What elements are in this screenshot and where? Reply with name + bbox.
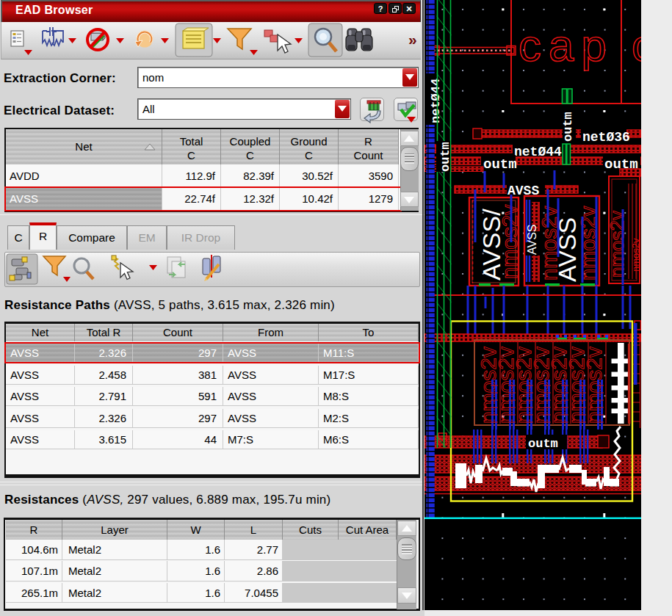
svg-text:c: c bbox=[632, 20, 641, 70]
svg-text:AVSS: AVSS bbox=[526, 225, 538, 256]
svg-text:outm: outm bbox=[528, 437, 558, 451]
svg-text:nmos2v: nmos2v bbox=[630, 238, 641, 272]
svg-text:cap: cap bbox=[519, 20, 614, 70]
svg-text:»: » bbox=[408, 31, 417, 48]
svg-text:nmos2v: nmos2v bbox=[606, 211, 628, 278]
svg-text:nmos2v: nmos2v bbox=[498, 204, 521, 279]
svg-text:outm: outm bbox=[483, 156, 517, 173]
svg-text:netØ36: netØ36 bbox=[582, 130, 630, 145]
svg-text:outm: outm bbox=[438, 142, 452, 172]
svg-text:outm: outm bbox=[561, 112, 575, 142]
